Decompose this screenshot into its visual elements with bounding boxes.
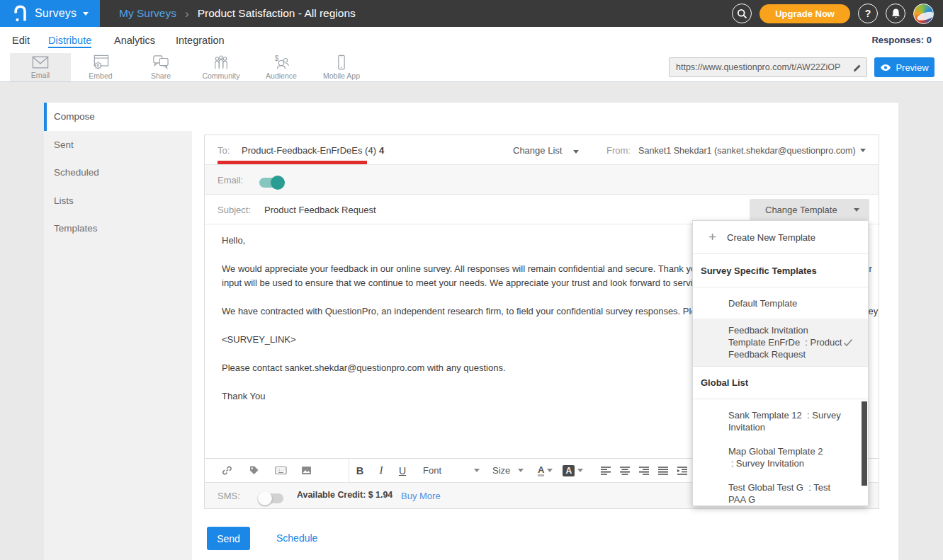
bg-color-button[interactable]: A [563,465,583,476]
search-icon [737,8,747,19]
insert-tag-button[interactable] [243,463,264,479]
check-icon [842,337,854,348]
to-label: To: [218,145,230,156]
menu-header-survey-specific: Survey Specific Templates [693,254,868,287]
align-left-button[interactable] [596,463,615,479]
email-toggle-row: Email: [205,165,879,195]
keyboard-button[interactable] [270,463,291,479]
channel-tab-community[interactable]: Community [191,53,252,81]
sidebar-item-templates[interactable]: Templates [44,215,192,243]
notifications-button[interactable] [886,4,905,23]
product-name: Surveys [35,7,77,20]
subject-value[interactable]: Product Feedback Request [264,205,376,215]
embed-icon [92,55,109,70]
help-button[interactable]: ? [858,4,878,23]
survey-url-value: https://www.questionpro.com/t/AW22ZiOP [670,62,848,72]
align-justify-button[interactable] [653,463,672,479]
pencil-icon [853,63,862,72]
audience-icon: $ [273,55,290,70]
change-template-button[interactable]: Change Template [750,199,869,220]
channel-tab-mobile-app[interactable]: Mobile App [311,53,372,81]
italic-button[interactable]: I [371,463,392,479]
menu-scrollbar[interactable] [862,401,867,486]
insert-image-button[interactable] [295,463,317,479]
from-value[interactable]: Sanket1 Shekdar1 (sanket.shekdar@questio… [638,146,856,156]
responses-count: Responses: 0 [871,27,932,53]
bold-button[interactable]: B [349,463,371,479]
menu-item-test-global[interactable]: Test Global Test G : Test PAA G [728,481,855,505]
menu-item-map-global-template[interactable]: Map Global Template 2 : Survey Invitatio… [728,445,855,469]
from-label: From: [606,145,631,156]
preview-button[interactable]: Preview [874,57,934,77]
subject-label: Subject: [218,205,251,215]
mobile-app-icon [333,55,350,70]
channel-tab-email[interactable]: Email [10,53,71,81]
distribute-toolbar: Email Embed Share Community $ Audience M… [0,53,943,82]
change-template-menu: + Create New Template Survey Specific Te… [692,220,869,506]
menu-item-feedback-invitation[interactable]: Feedback Invitation Template EnFrDe : Pr… [693,319,868,366]
menu-item-default-template[interactable]: Default Template [693,287,868,319]
sidebar-item-sent[interactable]: Sent [44,131,192,159]
tab-edit[interactable]: Edit [12,34,30,48]
align-right-button[interactable] [634,463,653,479]
community-icon [213,55,230,70]
breadcrumb-parent[interactable]: My Surveys [119,7,176,20]
breadcrumb-separator: › [185,8,189,20]
tag-icon [249,465,259,476]
menu-item-sank-template[interactable]: Sank Template 12 : Survey Invitation [728,409,855,433]
channel-tab-embed[interactable]: Embed [70,53,131,81]
buy-more-link[interactable]: Buy More [401,491,441,501]
align-center-button[interactable] [615,463,634,479]
chevron-down-icon [854,208,859,212]
tab-analytics[interactable]: Analytics [114,34,155,48]
tab-integration[interactable]: Integration [176,34,225,48]
schedule-link[interactable]: Schedule [276,532,317,544]
upgrade-button[interactable]: Upgrade Now [760,4,850,23]
sidebar-item-scheduled[interactable]: Scheduled [44,159,192,187]
plus-icon: + [708,229,716,245]
product-switcher[interactable]: Surveys [0,0,100,27]
app-header: Surveys My Surveys › Product Satisfactio… [0,0,943,27]
svg-text:$: $ [275,55,279,62]
email-toggle[interactable] [259,178,283,188]
to-value[interactable]: Product-Feedback-EnFrDeEs (4)4 [242,145,384,156]
survey-nav: Edit Distribute Analytics Integration Re… [0,27,943,53]
sms-toggle[interactable] [259,493,283,503]
available-credit: Available Credit: $ 1.94 [297,490,393,500]
to-count: 4 [379,145,384,156]
menu-item-create-new-template[interactable]: + Create New Template [693,221,868,253]
bell-icon [891,8,901,19]
channel-tab-audience[interactable]: $ Audience [251,53,312,81]
search-button[interactable] [732,4,752,23]
tab-distribute[interactable]: Distribute [48,34,91,48]
sidebar-item-compose[interactable]: Compose [44,103,192,131]
sms-label: SMS: [218,491,240,501]
avatar[interactable] [913,4,934,24]
page-title: Product Satisfaction - All regions [198,7,356,20]
menu-scroll-area: Sank Template 12 : Survey Invitation Map… [693,399,868,505]
eye-icon [880,64,891,72]
header-actions: Upgrade Now ? [732,0,934,27]
to-underline [218,161,367,164]
send-button[interactable]: Send [207,527,250,550]
underline-button[interactable]: U [392,463,413,479]
chevron-down-icon [573,150,579,154]
insert-link-button[interactable] [216,463,237,479]
email-icon [32,55,49,69]
link-icon [222,465,232,476]
font-select[interactable]: Font [423,465,480,476]
survey-url-field[interactable]: https://www.questionpro.com/t/AW22ZiOP [669,57,867,77]
channel-tab-share[interactable]: Share [130,53,191,81]
email-label: Email: [218,175,243,185]
sidebar-item-lists[interactable]: Lists [44,187,192,215]
indent-button[interactable] [672,463,691,479]
change-list-button[interactable]: Change List [513,145,579,156]
edit-url-button[interactable] [848,63,866,72]
size-select[interactable]: Size [492,465,524,476]
image-icon [301,466,312,475]
chevron-down-icon[interactable] [860,149,866,152]
questionpro-logo-icon [12,4,28,23]
text-color-button[interactable]: A [538,465,553,476]
breadcrumb: My Surveys › Product Satisfaction - All … [119,0,356,27]
email-sidebar: Compose Sent Scheduled Lists Templates [44,103,192,560]
